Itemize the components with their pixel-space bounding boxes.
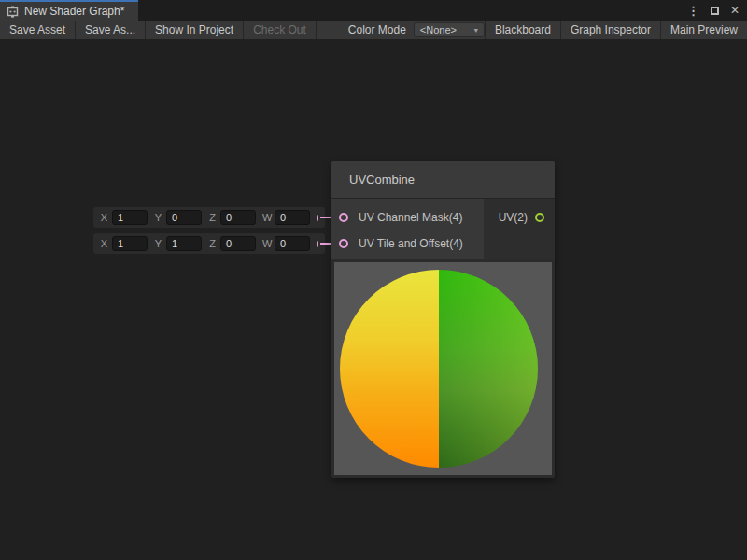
node-output-ports: UV(2) bbox=[484, 199, 555, 259]
field-label-w: W bbox=[262, 212, 271, 223]
toolbar-spacer bbox=[317, 21, 345, 39]
vector-field-z: Z 0 bbox=[208, 210, 256, 225]
shader-graph-toolbar: Save Asset Save As... Show In Project Ch… bbox=[0, 21, 747, 39]
field-value-y[interactable]: 0 bbox=[166, 210, 202, 225]
close-icon[interactable]: ✕ bbox=[730, 5, 740, 16]
uv-channel-mask-vector-input: X 1 Y 0 Z 0 W 0 bbox=[93, 207, 325, 228]
uvcombine-node[interactable]: UVCombine UV Channel Mask(4) UV Tile and… bbox=[331, 161, 555, 478]
field-label-w: W bbox=[262, 238, 271, 249]
field-value-z[interactable]: 0 bbox=[220, 210, 256, 225]
node-body: UV Channel Mask(4) UV Tile and Offset(4)… bbox=[331, 199, 555, 259]
vector-field-y: Y 0 bbox=[154, 210, 202, 225]
field-label-z: Z bbox=[208, 238, 217, 249]
window-controls: ⋮ ✕ bbox=[687, 0, 740, 21]
graph-canvas[interactable]: X 1 Y 0 Z 0 W 0 X 1 Y bbox=[0, 39, 747, 560]
vector-field-x: X 1 bbox=[100, 210, 148, 225]
save-asset-button[interactable]: Save Asset bbox=[0, 21, 75, 39]
output-port-uv: UV(2) bbox=[484, 204, 555, 231]
main-preview-toggle-button[interactable]: Main Preview bbox=[661, 21, 747, 39]
field-label-y: Y bbox=[154, 238, 162, 249]
check-out-button: Check Out bbox=[244, 21, 316, 39]
chevron-down-icon: ▾ bbox=[474, 26, 478, 35]
node-input-ports: UV Channel Mask(4) UV Tile and Offset(4) bbox=[331, 199, 484, 259]
kebab-menu-icon[interactable]: ⋮ bbox=[687, 5, 699, 17]
vector-field-y: Y 1 bbox=[154, 236, 202, 251]
color-mode-label: Color Mode bbox=[345, 21, 414, 39]
field-value-w[interactable]: 0 bbox=[275, 210, 310, 225]
shader-graph-icon bbox=[7, 6, 19, 18]
field-value-y[interactable]: 1 bbox=[166, 236, 202, 251]
vector-field-z: Z 0 bbox=[208, 236, 256, 251]
field-label-y: Y bbox=[154, 212, 162, 223]
port-label: UV Channel Mask(4) bbox=[359, 211, 462, 224]
port-label: UV Tile and Offset(4) bbox=[359, 237, 463, 250]
toolbar-right-group: Blackboard Graph Inspector Main Preview bbox=[485, 21, 747, 39]
uv-tile-offset-vector-input: X 1 Y 1 Z 0 W 0 bbox=[93, 233, 325, 254]
tab-title: New Shader Graph* bbox=[24, 5, 124, 18]
vector-field-w: W 0 bbox=[262, 210, 310, 225]
edge-connector-dot bbox=[317, 241, 318, 247]
tab-new-shader-graph[interactable]: New Shader Graph* bbox=[0, 0, 138, 21]
vector2-port-icon[interactable] bbox=[535, 213, 544, 222]
color-mode-dropdown[interactable]: <None> ▾ bbox=[414, 22, 485, 37]
field-value-x[interactable]: 1 bbox=[112, 236, 148, 251]
node-header[interactable]: UVCombine bbox=[331, 161, 555, 199]
maximize-icon[interactable] bbox=[711, 7, 719, 15]
input-port-uv-channel-mask: UV Channel Mask(4) bbox=[331, 204, 484, 231]
field-label-z: Z bbox=[208, 212, 217, 223]
port-label: UV(2) bbox=[499, 211, 528, 224]
tab-bar: New Shader Graph* ⋮ ✕ bbox=[0, 0, 747, 21]
graph-inspector-toggle-button[interactable]: Graph Inspector bbox=[561, 21, 660, 39]
save-as-button[interactable]: Save As... bbox=[76, 21, 145, 39]
sphere-right-half bbox=[439, 270, 538, 468]
sphere-left-half bbox=[340, 270, 439, 468]
field-value-z[interactable]: 0 bbox=[220, 236, 256, 251]
shader-graph-window: New Shader Graph* ⋮ ✕ Save Asset Save As… bbox=[0, 0, 747, 560]
field-value-w[interactable]: 0 bbox=[275, 236, 310, 251]
color-mode-value: <None> bbox=[420, 24, 474, 35]
vector4-port-icon[interactable] bbox=[339, 239, 348, 248]
vector-field-w: W 0 bbox=[262, 236, 310, 251]
node-title: UVCombine bbox=[349, 173, 415, 187]
field-label-x: X bbox=[100, 238, 108, 249]
blackboard-toggle-button[interactable]: Blackboard bbox=[486, 21, 560, 39]
input-port-uv-tile-offset: UV Tile and Offset(4) bbox=[331, 231, 484, 257]
show-in-project-button[interactable]: Show In Project bbox=[146, 21, 243, 39]
field-label-x: X bbox=[100, 212, 108, 223]
edge-connector-dot bbox=[317, 215, 318, 221]
field-value-x[interactable]: 1 bbox=[112, 210, 148, 225]
uv-preview-sphere bbox=[340, 270, 538, 468]
vector4-port-icon[interactable] bbox=[339, 213, 348, 222]
node-preview-area[interactable] bbox=[334, 262, 552, 475]
vector-field-x: X 1 bbox=[100, 236, 148, 251]
